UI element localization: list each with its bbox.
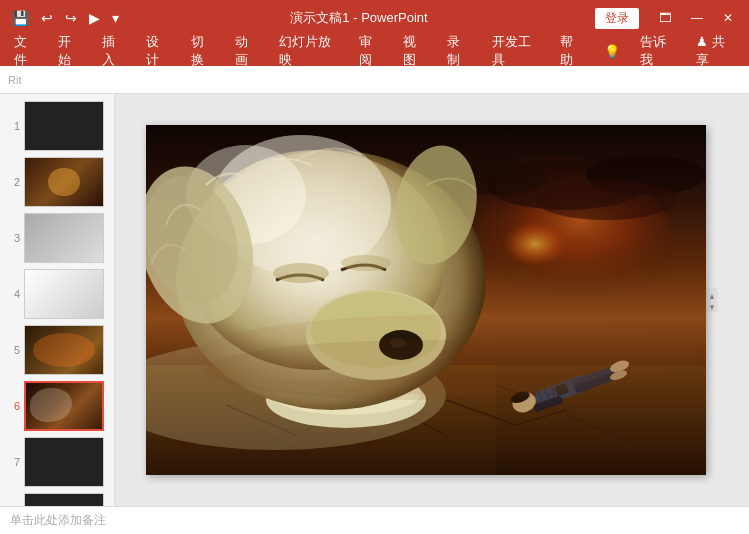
tab-slideshow[interactable]: 幻灯片放映 bbox=[269, 29, 349, 73]
minimize-button[interactable]: — bbox=[683, 9, 711, 27]
redo-icon[interactable]: ↪ bbox=[61, 8, 81, 28]
slide-canvas[interactable] bbox=[146, 125, 706, 475]
slide-item-1[interactable]: 1 bbox=[0, 98, 114, 154]
svg-point-39 bbox=[273, 263, 329, 283]
vertical-scrollbar[interactable]: ▲ ▼ bbox=[706, 288, 718, 312]
restore-button[interactable]: 🗔 bbox=[651, 9, 679, 27]
slide-thumb-4[interactable] bbox=[24, 269, 104, 319]
tab-design[interactable]: 设计 bbox=[136, 29, 180, 73]
present-icon[interactable]: ▶ bbox=[85, 8, 104, 28]
slide-item-3[interactable]: 3 bbox=[0, 210, 114, 266]
login-button[interactable]: 登录 bbox=[595, 8, 639, 29]
tab-tell-me[interactable]: 告诉我 bbox=[630, 29, 686, 73]
quick-access-toolbar: 💾 ↩ ↪ ▶ ▾ bbox=[8, 8, 123, 28]
slide-num-7: 7 bbox=[6, 456, 20, 468]
tab-developer[interactable]: 开发工具 bbox=[482, 29, 550, 73]
undo-icon[interactable]: ↩ bbox=[37, 8, 57, 28]
tab-help[interactable]: 帮助 bbox=[550, 29, 594, 73]
canvas-area: ▲ ▼ bbox=[115, 94, 749, 506]
slide-num-4: 4 bbox=[6, 288, 20, 300]
window-controls: 🗔 — ✕ bbox=[651, 9, 741, 27]
scroll-up-arrow[interactable]: ▲ bbox=[708, 292, 716, 301]
share-button[interactable]: ♟ 共享 bbox=[686, 29, 745, 73]
tab-file[interactable]: 文件 bbox=[4, 29, 48, 73]
slide-item-5[interactable]: 5 bbox=[0, 322, 114, 378]
slide-thumb-2[interactable] bbox=[24, 157, 104, 207]
slide-item-6[interactable]: 6 bbox=[0, 378, 114, 434]
slide-num-1: 1 bbox=[6, 120, 20, 132]
notes-area[interactable]: 单击此处添加备注 bbox=[0, 506, 749, 534]
svg-rect-55 bbox=[496, 125, 706, 475]
slide-num-2: 2 bbox=[6, 176, 20, 188]
slide-item-8[interactable]: 8 bbox=[0, 490, 114, 506]
slide-thumb-1[interactable] bbox=[24, 101, 104, 151]
slide-item-7[interactable]: 7 bbox=[0, 434, 114, 490]
ribbon-tabs: 文件 开始 插入 设计 切换 动画 幻灯片放映 审阅 视图 录制 开发工具 帮助… bbox=[0, 36, 749, 66]
slide-num-5: 5 bbox=[6, 344, 20, 356]
slide-item-4[interactable]: 4 bbox=[0, 266, 114, 322]
toolbar-placeholder: Rit bbox=[8, 74, 21, 86]
tab-insert[interactable]: 插入 bbox=[92, 29, 136, 73]
slide-thumb-3[interactable] bbox=[24, 213, 104, 263]
main-area: 1 2 3 4 5 6 bbox=[0, 94, 749, 506]
scroll-down-arrow[interactable]: ▼ bbox=[708, 303, 716, 312]
slide-num-3: 3 bbox=[6, 232, 20, 244]
slide-thumb-5[interactable] bbox=[24, 325, 104, 375]
save-icon[interactable]: 💾 bbox=[8, 8, 33, 28]
slide-image bbox=[146, 125, 706, 475]
slide-thumb-6[interactable] bbox=[24, 381, 104, 431]
slide-num-6: 6 bbox=[6, 400, 20, 412]
tab-home[interactable]: 开始 bbox=[48, 29, 92, 73]
slide-thumb-8[interactable] bbox=[24, 493, 104, 506]
close-button[interactable]: ✕ bbox=[715, 9, 741, 27]
lightbulb-icon[interactable]: 💡 bbox=[594, 40, 630, 63]
slide-thumb-7[interactable] bbox=[24, 437, 104, 487]
tab-animations[interactable]: 动画 bbox=[225, 29, 269, 73]
tab-review[interactable]: 审阅 bbox=[349, 29, 393, 73]
tab-transitions[interactable]: 切换 bbox=[181, 29, 225, 73]
window-title: 演示文稿1 - PowerPoint bbox=[123, 9, 595, 27]
tab-record[interactable]: 录制 bbox=[437, 29, 481, 73]
svg-point-40 bbox=[341, 255, 391, 271]
slide-item-2[interactable]: 2 bbox=[0, 154, 114, 210]
customize-icon[interactable]: ▾ bbox=[108, 8, 123, 28]
notes-placeholder: 单击此处添加备注 bbox=[10, 512, 106, 529]
tab-view[interactable]: 视图 bbox=[393, 29, 437, 73]
slide-panel[interactable]: 1 2 3 4 5 6 bbox=[0, 94, 115, 506]
